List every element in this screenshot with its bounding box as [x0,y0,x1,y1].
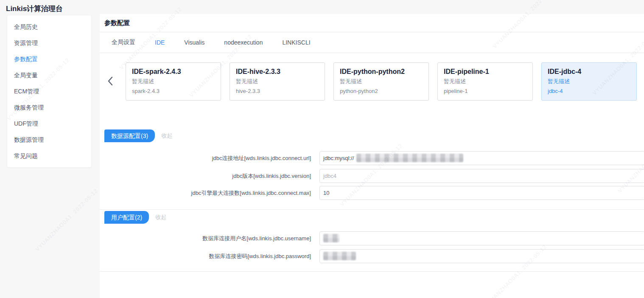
sidebar-item-udf-management[interactable]: UDF管理 [7,115,91,132]
engine-card-desc: 暂无描述 [132,76,215,86]
tab-linkiscli[interactable]: LINKISCLI [282,39,310,46]
jdbc-url-input[interactable]: jdbc:mysql:// [319,151,644,165]
field-label-jdbc-max-connections: jdbc引擎最大连接数[wds.linkis.jdbc.connect.max] [100,186,311,200]
tab-bar: 全局设置 IDE Visualis nodeexecution LINKISCL… [100,32,644,53]
sidebar-item-microservice-management[interactable]: 微服务管理 [7,99,91,115]
tab-nodeexecution[interactable]: nodeexecution [224,39,263,46]
sidebar-item-global-variables[interactable]: 全局变量 [7,67,91,83]
field-label-db-password: 数据库连接密码[wds.linkis.jdbc.password] [100,249,311,263]
engine-card-desc: 暂无描述 [340,76,423,86]
engine-card-title: IDE-jdbc-4 [548,67,630,76]
jdbc-max-connections-value: 10 [323,190,329,196]
field-label-db-username: 数据库连接用户名[wds.linkis.jdbc.username] [100,231,311,245]
jdbc-version-input[interactable]: jdbc4 [319,169,644,183]
sidebar-item-resource-management[interactable]: 资源管理 [7,35,91,51]
tab-global-settings[interactable]: 全局设置 [112,39,135,46]
main-panel: 参数配置 全局设置 IDE Visualis nodeexecution LIN… [100,14,644,298]
tab-visualis[interactable]: Visualis [184,39,204,46]
section-user-tag: 用户配置(2) [104,211,149,224]
jdbc-url-value: jdbc:mysql:// [323,155,354,161]
section-divider [100,209,644,210]
db-username-input[interactable] [319,231,644,245]
redacted-value [323,234,339,242]
engine-card-hive[interactable]: IDE-hive-2.3.3 暂无描述 hive-2.3.3 [230,62,325,101]
form-row: 数据库连接用户名[wds.linkis.jdbc.username] [100,231,644,245]
engine-card-desc: 暂无描述 [444,76,526,86]
watermark-text: VYUANZHAO0A1, 2022-05-12 [34,187,99,252]
db-password-input[interactable] [319,249,644,263]
jdbc-max-connections-input[interactable]: 10 [319,186,644,200]
engine-card-spark[interactable]: IDE-spark-2.4.3 暂无描述 spark-2.4.3 [126,62,221,101]
engine-card-pipeline[interactable]: IDE-pipeline-1 暂无描述 pipeline-1 [437,62,533,101]
form-row: 数据库连接密码[wds.linkis.jdbc.password] [100,249,644,263]
form-row: jdbc连接地址[wds.linkis.jdbc.connect.url] jd… [100,151,644,165]
field-label-jdbc-version: jdbc版本[wds.linkis.jdbc.version] [100,169,311,183]
engine-card-title: IDE-hive-2.3.3 [236,67,319,76]
sidebar-item-faq[interactable]: 常见问题 [7,148,91,164]
engine-card-engine: pipeline-1 [444,86,526,96]
engine-card-jdbc[interactable]: IDE-jdbc-4 暂无描述 jdbc-4 [541,62,637,101]
redacted-value [323,252,356,260]
redacted-value [356,154,463,162]
form-row: jdbc版本[wds.linkis.jdbc.version] jdbc4 [100,169,644,183]
sidebar: 全局历史 资源管理 参数配置 全局变量 ECM管理 微服务管理 UDF管理 数据… [7,15,92,168]
engine-card-engine: python-python2 [340,86,423,96]
engine-card-engine: spark-2.4.3 [132,86,215,96]
sidebar-item-ecm-management[interactable]: ECM管理 [7,83,91,99]
carousel-prev-button[interactable] [106,75,115,87]
jdbc-version-value: jdbc4 [323,173,336,179]
section-divider [100,271,644,272]
sidebar-item-global-history[interactable]: 全局历史 [7,19,91,35]
sidebar-item-datasource-management[interactable]: 数据源管理 [7,132,91,148]
field-label-jdbc-url: jdbc连接地址[wds.linkis.jdbc.connect.url] [100,151,311,165]
section-datasource-header: 数据源配置(3) 收起 [104,129,172,142]
section-user-header: 用户配置(2) 收起 [104,211,166,224]
form-row: jdbc引擎最大连接数[wds.linkis.jdbc.connect.max]… [100,186,644,200]
engine-card-engine: hive-2.3.3 [236,86,319,96]
chevron-left-icon [106,75,115,87]
engine-card-title: IDE-spark-2.4.3 [132,67,215,76]
section-datasource-collapse-link[interactable]: 收起 [161,132,172,140]
engine-card-list: IDE-spark-2.4.3 暂无描述 spark-2.4.3 IDE-hiv… [126,62,637,101]
app-title: Linkis计算治理台 [6,4,63,14]
page-title: 参数配置 [104,19,130,27]
sidebar-item-parameter-config[interactable]: 参数配置 [7,51,91,67]
engine-card-desc: 暂无描述 [236,76,319,86]
section-datasource-tag: 数据源配置(3) [104,129,155,142]
engine-card-desc: 暂无描述 [548,76,630,86]
engine-card-python[interactable]: IDE-python-python2 暂无描述 python-python2 [333,62,429,101]
engine-card-engine: jdbc-4 [548,86,630,96]
section-user-collapse-link[interactable]: 收起 [155,214,166,221]
tab-ide[interactable]: IDE [155,39,165,46]
engine-card-title: IDE-pipeline-1 [444,67,526,76]
engine-card-title: IDE-python-python2 [340,67,423,76]
